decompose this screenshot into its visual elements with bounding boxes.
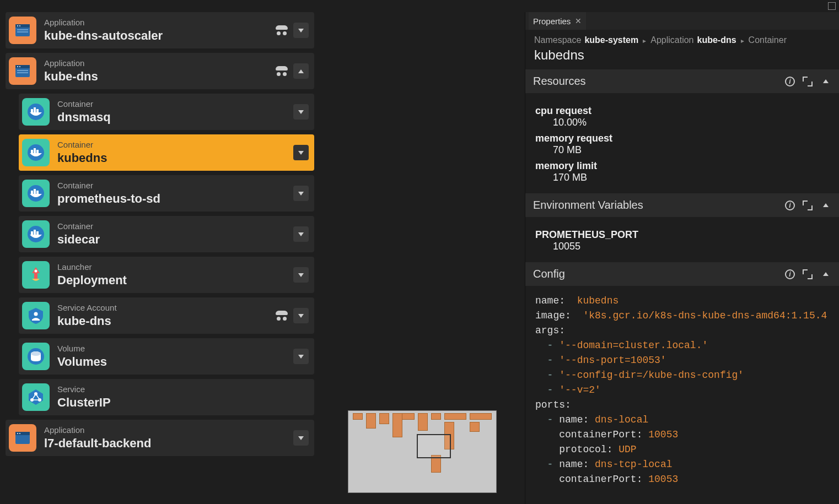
chevron-up-icon[interactable] (820, 76, 831, 87)
chevron-up-icon[interactable] (820, 200, 831, 211)
expand-button[interactable] (293, 430, 309, 446)
svg-point-8 (17, 66, 18, 67)
container-item-prometheus-to-sd[interactable]: Container prometheus-to-sd (19, 175, 314, 212)
window-titlebar (0, 0, 839, 12)
breadcrumb-app-label: Application (650, 35, 693, 45)
canvas-panel[interactable] (320, 12, 525, 504)
item-name: kube-dns (57, 314, 276, 328)
breadcrumb-cont-label: Container (749, 35, 787, 45)
cpu-request-value: 10.00% (553, 117, 829, 128)
item-name: kubedns (57, 151, 293, 165)
memory-request-label: memory request (535, 133, 829, 144)
svg-rect-18 (34, 148, 36, 153)
container-item-sidecar[interactable]: Container sidecar (19, 216, 314, 252)
section-header-env[interactable]: Environment Variables i (525, 193, 839, 217)
tab-properties[interactable]: Properties ✕ (529, 12, 586, 30)
svg-point-9 (19, 66, 20, 67)
svg-rect-23 (36, 191, 39, 194)
env-var-value: 10055 (553, 241, 829, 252)
incognito-icon[interactable] (276, 66, 288, 76)
fullscreen-icon[interactable] (803, 200, 813, 210)
svg-point-29 (34, 312, 38, 316)
app-item-l7-default-backend[interactable]: Application l7-default-backend (6, 420, 314, 456)
expand-button[interactable] (293, 23, 309, 38)
tab-label: Properties (533, 17, 571, 26)
svg-rect-19 (36, 150, 39, 153)
container-icon (22, 180, 50, 207)
breadcrumb-ns-label: Namespace (534, 35, 581, 45)
info-icon[interactable]: i (785, 200, 795, 210)
breadcrumb-app-value[interactable]: kube-dns (697, 35, 736, 45)
cpu-request-label: cpu request (535, 105, 829, 117)
svg-rect-21 (31, 191, 33, 194)
item-name: kube-dns (44, 69, 276, 84)
container-item-dnsmasq[interactable]: Container dnsmasq (19, 94, 314, 130)
expand-button[interactable] (293, 226, 309, 242)
maximize-icon[interactable] (828, 2, 836, 10)
svg-rect-25 (31, 231, 33, 235)
section-body-env: PROMETHEUS_PORT 10055 (525, 217, 839, 262)
section-title: Environment Variables (533, 199, 643, 212)
fullscreen-icon[interactable] (803, 269, 813, 279)
chevron-down-icon (298, 110, 304, 114)
close-icon[interactable]: ✕ (575, 17, 582, 25)
volume-icon (22, 343, 50, 370)
breadcrumb-ns-value[interactable]: kube-system (584, 35, 638, 45)
chevron-down-icon (298, 273, 304, 277)
expand-button[interactable] (293, 145, 309, 160)
chevron-down-icon (298, 355, 304, 359)
expand-button[interactable] (293, 186, 309, 201)
minimap[interactable] (348, 410, 497, 493)
svg-rect-10 (17, 70, 28, 71)
app-item-kube-dns[interactable]: Application kube-dns (6, 53, 314, 89)
svg-rect-13 (31, 109, 33, 112)
application-icon (9, 17, 36, 44)
incognito-icon[interactable] (276, 311, 288, 321)
service-account-item-kube-dns[interactable]: Service Account kube-dns (19, 297, 314, 334)
item-type: Container (57, 140, 293, 150)
svg-rect-27 (36, 231, 39, 235)
launcher-icon (22, 261, 50, 289)
section-header-config[interactable]: Config i (525, 262, 839, 286)
svg-point-3 (19, 25, 20, 26)
chevron-down-icon (298, 232, 304, 236)
item-type: Container (57, 99, 293, 109)
expand-button[interactable] (293, 104, 309, 120)
section-header-resources[interactable]: Resources i (525, 69, 839, 93)
svg-rect-26 (34, 230, 36, 235)
svg-rect-14 (34, 107, 36, 112)
item-type: Container (57, 181, 293, 191)
fullscreen-icon[interactable] (803, 77, 813, 86)
chevron-right-icon (642, 35, 647, 45)
svg-rect-17 (31, 150, 33, 153)
item-type: Application (44, 18, 276, 28)
svg-rect-22 (34, 189, 36, 194)
properties-panel: Properties ✕ Namespace kube-system Appli… (525, 12, 839, 504)
config-yaml: name: kubedns image: 'k8s.gcr.io/k8s-dns… (535, 294, 829, 487)
memory-limit-value: 170 MB (553, 172, 829, 183)
container-item-kubedns[interactable]: Container kubedns (19, 134, 314, 171)
service-item-clusterip[interactable]: Service ClusterIP (19, 379, 314, 415)
chevron-down-icon (298, 436, 304, 440)
collapse-button[interactable] (293, 63, 309, 79)
item-name: ClusterIP (57, 395, 309, 410)
chevron-up-icon[interactable] (820, 269, 831, 280)
info-icon[interactable]: i (785, 77, 795, 86)
incognito-icon[interactable] (276, 25, 288, 35)
info-icon[interactable]: i (785, 269, 795, 279)
app-item-kube-dns-autoscaler[interactable]: Application kube-dns-autoscaler (6, 12, 314, 48)
item-name: prometheus-to-sd (57, 192, 293, 206)
item-name: dnsmasq (57, 110, 293, 124)
svg-rect-15 (36, 109, 39, 112)
memory-request-value: 70 MB (553, 144, 829, 156)
launcher-item-deployment[interactable]: Launcher Deployment (19, 257, 314, 293)
expand-button[interactable] (293, 349, 309, 364)
item-name: sidecar (57, 232, 293, 247)
svg-point-2 (17, 25, 18, 26)
volume-item-volumes[interactable]: Volume Volumes (19, 338, 314, 375)
item-type: Application (44, 58, 276, 68)
breadcrumb: Namespace kube-system Application kube-d… (525, 30, 839, 47)
svg-point-40 (19, 433, 20, 434)
expand-button[interactable] (293, 308, 309, 323)
expand-button[interactable] (293, 267, 309, 283)
